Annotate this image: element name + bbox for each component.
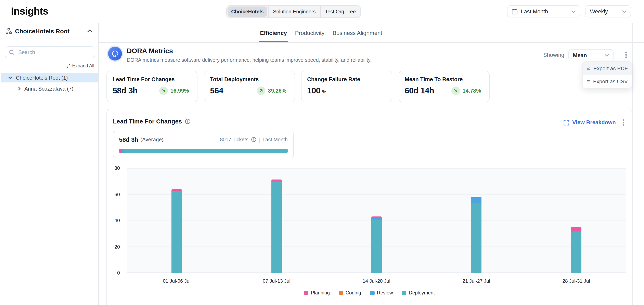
chart-legend: PlanningCodingReviewDeployment xyxy=(107,290,632,296)
y-tick-label: 60 xyxy=(107,192,120,197)
metric-value: 100 xyxy=(307,86,320,95)
legend-item-planning: Planning xyxy=(304,290,330,296)
tab-business-alignment[interactable]: Business Alignment xyxy=(332,23,382,42)
metric-card-change-failure-rate: Change Failure Rate 100 % xyxy=(301,71,392,102)
tree-item-label: ChoiceHotels Root (1) xyxy=(16,74,68,81)
active-tab-underline xyxy=(258,41,288,42)
tab-productivity[interactable]: Productivity xyxy=(295,23,324,42)
aggregation-select[interactable]: Mean xyxy=(568,49,614,61)
separator: | xyxy=(258,136,260,143)
bar-segment-planning xyxy=(172,189,182,191)
chart-line-plus-icon xyxy=(587,65,590,71)
trend-value: 39.26% xyxy=(268,88,286,94)
tree-item-choicehotels-root[interactable]: ChoiceHotels Root (1) xyxy=(1,73,98,82)
expand-all-button[interactable]: Expand All xyxy=(66,63,94,68)
bar-segment-deployment xyxy=(571,232,582,273)
trend-arrow-icon xyxy=(452,86,460,95)
bar-segment-coding xyxy=(571,231,582,232)
trend-arrow-icon xyxy=(159,86,168,95)
legend-swatch-coding xyxy=(339,291,343,295)
metric-value: 564 xyxy=(210,86,223,95)
org-tree-sidebar: ChoiceHotels Root Expand All ChoiceHotel… xyxy=(0,23,99,305)
scroll-divider xyxy=(632,23,632,305)
tree-item-anna-scozzafava[interactable]: Anna Scozzafava (7) xyxy=(1,84,98,93)
average-value: 58d 3h xyxy=(119,136,138,143)
info-icon[interactable] xyxy=(251,137,256,142)
granularity-select[interactable]: Weekly xyxy=(586,5,631,17)
x-tick-label: 28 Jul-31 Jul xyxy=(548,278,604,284)
x-tick-label: 14 Jul-20 Jul xyxy=(348,278,405,284)
chevron-right-icon[interactable] xyxy=(18,86,21,91)
bar-07-jul-13-jul[interactable] xyxy=(271,168,282,273)
trend-badge: 16.99% xyxy=(159,86,189,95)
metric-title: Mean Time To Restore xyxy=(405,76,484,82)
search-input[interactable] xyxy=(18,49,88,56)
lead-time-title-label: Lead Time For Changes xyxy=(113,118,182,125)
progress-seg-review xyxy=(122,149,124,153)
chevron-down-icon xyxy=(604,54,609,57)
bar-14-jul-20-jul[interactable] xyxy=(371,168,382,273)
showing-label: Showing xyxy=(543,52,564,58)
legend-label: Planning xyxy=(311,290,330,296)
tab-efficiency[interactable]: Efficiency xyxy=(260,23,287,42)
bar-segment-deployment xyxy=(271,181,282,273)
metric-card-lead-time: Lead Time For Changes 58d 3h 16.99% xyxy=(106,71,198,102)
legend-item-review: Review xyxy=(370,290,393,296)
info-icon[interactable] xyxy=(185,118,190,124)
bar-segment-review xyxy=(571,232,582,232)
tickets-count: 8017 Tickets xyxy=(220,137,248,142)
date-range-select[interactable]: Last Month xyxy=(507,5,580,17)
average-qualifier: (Average) xyxy=(140,136,164,143)
chevron-down-icon[interactable] xyxy=(8,76,12,79)
metric-value: 58d 3h xyxy=(112,86,138,95)
x-tick-label: 21 Jul-27 Jul xyxy=(448,278,505,284)
bar-segment-deployment xyxy=(371,220,382,273)
trend-arrow-icon xyxy=(257,86,265,95)
tree-item-label: Anna Scozzafava (7) xyxy=(24,85,73,92)
view-breakdown-button[interactable]: View Breakdown xyxy=(564,120,616,126)
chevron-up-icon[interactable] xyxy=(87,29,92,32)
sidebar-title: ChoiceHotels Root xyxy=(15,27,70,34)
org-tab-solution-engineers[interactable]: Solution Engineers xyxy=(268,6,320,17)
bar-01-jul-06-jul[interactable] xyxy=(172,168,182,273)
lead-time-summary-card: 58d 3h (Average) 8017 Tickets | Last Mon… xyxy=(113,131,294,158)
trend-badge: 39.26% xyxy=(257,86,286,95)
metric-value: 60d 14h xyxy=(405,86,434,95)
metric-title: Change Failure Rate xyxy=(307,76,386,82)
view-breakdown-label: View Breakdown xyxy=(572,120,616,126)
legend-swatch-review xyxy=(370,291,374,295)
metric-unit: % xyxy=(322,89,326,94)
bar-21-jul-27-jul[interactable] xyxy=(471,168,482,273)
progress-seg-planning xyxy=(119,149,122,153)
date-range-value: Last Month xyxy=(521,8,548,14)
phase-progress-bar xyxy=(119,149,288,153)
org-tab-test-org-tree[interactable]: Test Org Tree xyxy=(320,6,360,17)
export-pdf-label: Export as PDF xyxy=(594,65,628,71)
bar-segment-review xyxy=(371,218,382,220)
y-tick-label: 20 xyxy=(107,244,120,250)
bar-28-jul-31-jul[interactable] xyxy=(571,168,582,273)
lead-time-chart-plot xyxy=(127,168,626,273)
chevron-down-icon xyxy=(622,10,626,13)
trend-value: 14.78% xyxy=(462,88,481,94)
lead-time-title: Lead Time For Changes xyxy=(113,118,190,125)
org-chart-icon xyxy=(6,28,12,34)
trend-value: 16.99% xyxy=(170,88,189,94)
expand-arrows-icon xyxy=(66,63,70,68)
export-pdf-menu-item[interactable]: Export as PDF xyxy=(583,62,632,75)
dora-kebab-menu-button[interactable] xyxy=(624,50,628,59)
legend-item-coding: Coding xyxy=(339,290,361,296)
progress-seg-deployment xyxy=(124,149,288,153)
legend-swatch-deployment xyxy=(402,291,406,295)
aggregation-value: Mean xyxy=(573,52,587,58)
granularity-value: Weekly xyxy=(590,8,608,14)
legend-label: Deployment xyxy=(409,290,435,296)
calendar-icon xyxy=(512,8,518,14)
period-label: Last Month xyxy=(262,137,288,142)
org-tab-choicehotels[interactable]: ChoiceHotels xyxy=(228,6,267,17)
export-csv-menu-item[interactable]: Export as CSV xyxy=(583,75,632,88)
bar-segment-review xyxy=(271,181,282,181)
sidebar-search xyxy=(5,46,95,58)
lead-time-kebab-menu-button[interactable] xyxy=(622,118,625,127)
x-axis-labels: 01 Jul-06 Jul07 Jul-13 Jul14 Jul-20 Jul2… xyxy=(127,278,626,285)
